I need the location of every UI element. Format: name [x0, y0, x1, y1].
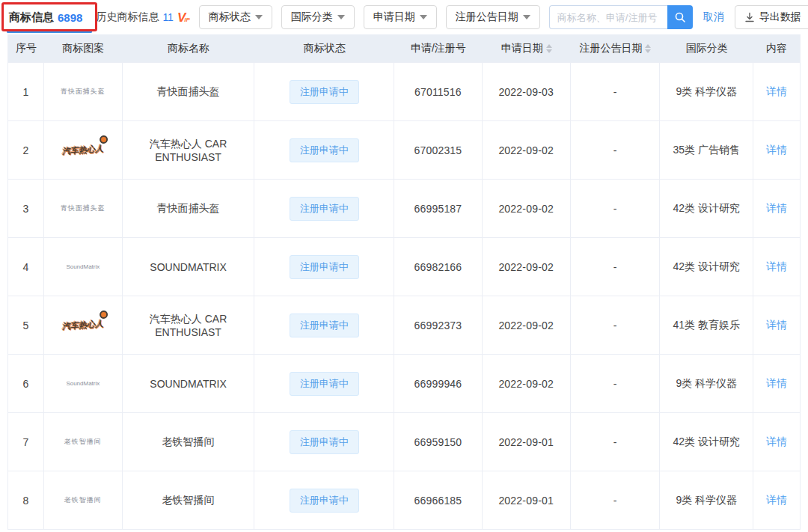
- international-class: 9类 科学仪器: [660, 471, 753, 529]
- filter-label: 国际分类: [291, 10, 333, 24]
- chevron-down-icon: [420, 15, 427, 19]
- trademark-name: 老铁智播间: [123, 413, 255, 471]
- trademark-name: SOUNDMATRIX: [123, 355, 255, 412]
- table-row: 3 青快面捕头盔 青快面捕头盔 注册申请中 66995187 2022-09-0…: [8, 180, 800, 238]
- trademark-name: 汽车热心人 CAR ENTHUSIAST: [123, 296, 255, 354]
- col-header-mark-image: 商标图案: [44, 34, 123, 62]
- search-input[interactable]: [549, 5, 667, 29]
- status-cell: 注册申请中: [254, 121, 394, 179]
- col-header-status: 商标状态: [254, 34, 394, 62]
- filter-label: 注册公告日期: [456, 10, 518, 24]
- col-header-index: 序号: [8, 34, 44, 62]
- tab-trademark-info[interactable]: 商标信息 6898: [9, 10, 82, 25]
- detail-link[interactable]: 详情: [766, 377, 787, 391]
- status-badge: 注册申请中: [290, 138, 359, 162]
- tab-count: 6898: [58, 11, 82, 24]
- sort-icon[interactable]: [645, 44, 651, 53]
- row-index: 7: [8, 413, 44, 471]
- detail-cell: 详情: [753, 413, 800, 471]
- application-number: 67002315: [394, 121, 483, 179]
- status-badge: 注册申请中: [290, 255, 359, 279]
- export-data-button[interactable]: 导出数据: [735, 5, 808, 29]
- row-index: 8: [8, 471, 44, 529]
- trademark-image-text: 青快面捕头盔: [61, 87, 105, 97]
- sort-icon[interactable]: [546, 44, 552, 53]
- active-tab-underline: [7, 31, 92, 33]
- status-cell: 注册申请中: [254, 355, 394, 412]
- registration-announce-date: -: [571, 413, 661, 471]
- filter-registration-announce-date[interactable]: 注册公告日期: [446, 5, 540, 29]
- trademark-image-cell: 青快面捕头盔: [44, 63, 123, 120]
- application-number: 67011516: [394, 63, 483, 120]
- toolbar: 商标信息 6898 历史商标信息 11 V IP 商标状态 国际分类 申请日期 …: [0, 0, 808, 34]
- trademark-name: 青快面捕头盔: [123, 180, 255, 237]
- application-number: 66966185: [394, 471, 483, 529]
- vip-icon: V IP: [177, 11, 190, 24]
- status-cell: 注册申请中: [254, 413, 394, 471]
- table-row: 1 青快面捕头盔 青快面捕头盔 注册申请中 67011516 2022-09-0…: [8, 63, 800, 121]
- application-number: 66995187: [394, 180, 483, 237]
- detail-cell: 详情: [753, 238, 800, 296]
- status-cell: 注册申请中: [254, 238, 394, 296]
- application-date: 2022-09-03: [483, 63, 571, 120]
- trademark-image-text: 老铁智播间: [64, 495, 102, 505]
- status-cell: 注册申请中: [254, 63, 394, 120]
- logo-blob-icon: [100, 311, 108, 319]
- tab-label: 商标信息: [9, 10, 54, 25]
- row-index: 6: [8, 355, 44, 412]
- col-header-app-date[interactable]: 申请日期: [483, 34, 571, 62]
- status-cell: 注册申请中: [254, 471, 394, 529]
- table-row: 6 SoundMatrix SOUNDMATRIX 注册申请中 66999946…: [8, 355, 800, 413]
- registration-announce-date: -: [571, 180, 661, 237]
- filter-trademark-status[interactable]: 商标状态: [199, 5, 272, 29]
- col-header-reg-date[interactable]: 注册公告日期: [571, 34, 661, 62]
- trademark-image-cell: SoundMatrix: [44, 238, 123, 296]
- trademark-name: 老铁智播间: [123, 471, 255, 529]
- status-badge: 注册申请中: [290, 314, 359, 337]
- table-row: 8 老铁智播间 老铁智播间 注册申请中 66966185 2022-09-01 …: [8, 471, 800, 530]
- col-header-content: 内容: [753, 34, 800, 62]
- cancel-link[interactable]: 取消: [703, 10, 724, 24]
- application-date: 2022-09-02: [483, 121, 571, 179]
- tab-label: 历史商标信息: [96, 10, 159, 24]
- trademark-name: 汽车热心人 CAR ENTHUSIAST: [123, 121, 255, 179]
- trademark-image-text: SoundMatrix: [66, 263, 100, 270]
- status-badge: 注册申请中: [290, 489, 359, 513]
- detail-link[interactable]: 详情: [766, 144, 787, 157]
- trademark-name: 青快面捕头盔: [123, 63, 255, 120]
- search-icon: [674, 11, 686, 23]
- detail-link[interactable]: 详情: [766, 494, 787, 507]
- trademark-image-cell: SoundMatrix: [44, 355, 123, 412]
- filter-application-date[interactable]: 申请日期: [364, 5, 437, 29]
- row-index: 3: [8, 180, 44, 237]
- detail-cell: 详情: [753, 180, 800, 237]
- application-date: 2022-09-02: [483, 238, 571, 296]
- logo-blob-icon: [100, 135, 108, 144]
- detail-cell: 详情: [753, 296, 800, 354]
- status-badge: 注册申请中: [290, 372, 359, 396]
- detail-link[interactable]: 详情: [766, 85, 787, 99]
- detail-cell: 详情: [753, 355, 800, 412]
- detail-cell: 详情: [753, 471, 800, 529]
- table-header-row: 序号 商标图案 商标名称 商标状态 申请/注册号 申请日期 注册公告日期 国际分…: [8, 34, 800, 63]
- detail-link[interactable]: 详情: [766, 319, 787, 332]
- trademark-image-cell: 老铁智播间: [44, 471, 123, 529]
- detail-link[interactable]: 详情: [766, 260, 787, 274]
- col-header-intl-class: 国际分类: [660, 34, 753, 62]
- filter-label: 商标状态: [209, 10, 251, 24]
- col-header-app-number: 申请/注册号: [394, 34, 483, 62]
- search-button[interactable]: [667, 5, 693, 29]
- status-cell: 注册申请中: [254, 296, 394, 354]
- trademark-name: SOUNDMATRIX: [123, 238, 255, 296]
- trademark-image-text: SoundMatrix: [66, 380, 100, 387]
- registration-announce-date: -: [571, 63, 661, 120]
- tab-history-trademark-info[interactable]: 历史商标信息 11 V IP: [96, 10, 189, 24]
- download-icon: [744, 12, 755, 22]
- filter-international-class[interactable]: 国际分类: [281, 5, 355, 29]
- application-number: 66992373: [394, 296, 483, 354]
- detail-link[interactable]: 详情: [766, 435, 787, 449]
- trademark-table: 序号 商标图案 商标名称 商标状态 申请/注册号 申请日期 注册公告日期 国际分…: [7, 34, 801, 530]
- detail-link[interactable]: 详情: [766, 202, 787, 215]
- application-date: 2022-09-02: [483, 180, 571, 237]
- col-header-mark-name: 商标名称: [123, 34, 255, 62]
